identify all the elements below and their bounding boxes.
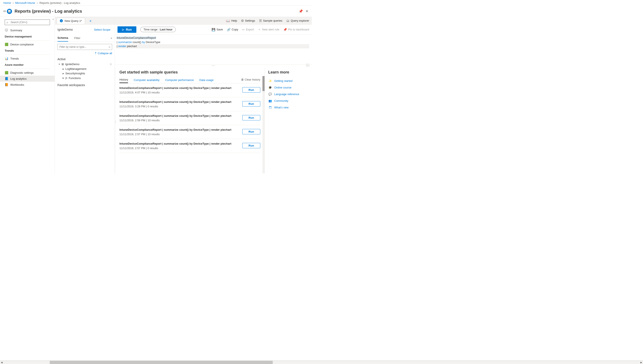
query-tab-icon: ●: [60, 19, 63, 22]
info-icon: ⓘ: [5, 28, 8, 32]
breadcrumb-link-home[interactable]: Home: [4, 1, 11, 4]
schema-section-favorites: Favorite workspaces: [58, 82, 112, 88]
tab-schema[interactable]: Schema: [58, 34, 68, 42]
trash-icon: 🗑: [241, 78, 244, 81]
copy-button[interactable]: 🔗Copy: [227, 28, 238, 32]
learn-link-icon: 👥: [268, 99, 272, 102]
run-button[interactable]: Run: [118, 26, 136, 33]
history-run-button[interactable]: Run: [242, 87, 260, 92]
pin-icon[interactable]: 📌: [299, 9, 303, 13]
pin-to-dashboard-button: 📌Pin to dashboard: [283, 28, 309, 32]
learn-link-label: Language reference: [274, 92, 299, 96]
results-tab-computer-availability[interactable]: Computer availability: [134, 77, 160, 83]
grip-icon: [4, 9, 6, 14]
nav-search-input[interactable]: [5, 20, 50, 25]
favorite-star-icon[interactable]: ☆: [110, 62, 112, 66]
tree-node-securityinsights[interactable]: ▶ SecurityInsights: [58, 71, 112, 76]
time-range-picker[interactable]: Time range : Last hour: [140, 27, 176, 32]
collapse-nav-icon[interactable]: «: [53, 18, 54, 20]
nav-item-trends[interactable]: 📊 Trends: [0, 56, 55, 62]
nav-item-log-analytics[interactable]: 📘 Log analytics: [0, 76, 55, 82]
sample-queries-button[interactable]: ☰Sample queries: [259, 19, 282, 23]
export-button: ↦Export: [242, 28, 254, 32]
chevron-right-icon: ›: [37, 1, 38, 4]
query-editor[interactable]: IntuneDeviceComplianceReport | summarize…: [115, 34, 312, 64]
save-icon: 💾: [212, 28, 215, 31]
tree-node-functions[interactable]: ▶ fx Functions: [58, 76, 112, 80]
nav-item-label: Log analytics: [10, 77, 27, 80]
time-range-value: Last hour: [160, 28, 172, 31]
nav-item-diagnostic-settings[interactable]: 🟩 Diagnostic settings: [0, 70, 55, 76]
close-icon[interactable]: ✕: [305, 9, 308, 13]
collapse-all-link[interactable]: ⤒ Collapse all: [58, 50, 112, 56]
breadcrumb-current: Reports (preview) - Log analytics: [40, 1, 80, 4]
history-item: IntuneDeviceComplianceReport | summarize…: [119, 111, 260, 125]
help-button[interactable]: 📖Help: [226, 19, 237, 23]
editor-token-table: IntuneDeviceComplianceReport: [117, 36, 156, 40]
tree-node-workspace[interactable]: ▼ ⊞ IgniteDemo ☆: [58, 62, 112, 67]
nav-item-device-compliance[interactable]: 🟩 Device compliance: [0, 41, 55, 47]
history-run-button[interactable]: Run: [242, 101, 260, 106]
history-run-button[interactable]: Run: [242, 143, 260, 148]
chevron-right-icon: ▶: [63, 68, 64, 70]
nav-item-label: Diagnostic settings: [10, 71, 34, 74]
history-item: IntuneDeviceComplianceReport | summarize…: [119, 139, 260, 153]
query-tab[interactable]: ● New Query 1*: [57, 18, 85, 24]
splitter-handle-icon[interactable]: ⋮: [115, 120, 117, 124]
schema-filter-input[interactable]: [58, 44, 112, 50]
pin-icon: 📌: [283, 28, 287, 31]
add-query-tab-button[interactable]: ＋: [86, 18, 95, 23]
collapse-all-icon: ⤒: [95, 52, 98, 55]
nav-item-label: Device compliance: [10, 43, 34, 46]
resize-handle[interactable]: ⋯ ʌ: [115, 64, 312, 68]
select-scope-link[interactable]: Select Scope: [94, 28, 110, 31]
plus-icon: ＋: [258, 28, 261, 32]
results-tab-data-usage[interactable]: Data usage: [199, 77, 214, 83]
copy-icon: 🔗: [227, 28, 230, 31]
results-panel: ⋮ Get started with sample queries Histor…: [115, 68, 264, 173]
results-tab-history[interactable]: History: [119, 77, 128, 83]
function-icon: fx: [65, 76, 67, 80]
nav-group-header: Device management: [0, 33, 55, 40]
tab-filter[interactable]: Filter: [74, 35, 80, 41]
device-compliance-icon: 🟩: [5, 43, 8, 46]
history-run-button[interactable]: Run: [242, 115, 260, 120]
save-button[interactable]: 💾Save: [212, 28, 223, 32]
history-meta: 11/11/2019, 2:57 PM | 10 results: [119, 132, 240, 136]
breadcrumb-link-intune[interactable]: Microsoft Intune: [15, 1, 35, 4]
learn-link[interactable]: 🗔What's new: [268, 104, 308, 111]
results-tab-computer-performance[interactable]: Computer performance: [165, 77, 194, 83]
collapse-schema-icon[interactable]: «: [111, 37, 112, 40]
history-item: IntuneDeviceComplianceReport | summarize…: [119, 125, 260, 139]
scrollbar-thumb[interactable]: [262, 76, 264, 91]
learn-link[interactable]: 🎓Online course: [268, 84, 308, 91]
learn-link[interactable]: ✨Getting started: [268, 78, 308, 84]
vertical-scrollbar[interactable]: [262, 76, 264, 173]
schema-section-active: Active: [58, 56, 112, 62]
main-area: 📖Help ⚙Settings ☰Sample queries 🗂Query e…: [115, 17, 312, 173]
app-toolbar: 📖Help ⚙Settings ☰Sample queries 🗂Query e…: [115, 17, 312, 25]
learn-more-heading: Learn more: [268, 70, 308, 74]
schema-filter: [58, 44, 112, 50]
clear-history-button[interactable]: 🗑Clear history: [241, 78, 260, 82]
history-query: IntuneDeviceComplianceReport | summarize…: [119, 86, 240, 90]
query-explorer-button[interactable]: 🗂Query explorer: [286, 19, 309, 22]
schema-tabs: Schema Filter «: [55, 34, 115, 42]
history-query: IntuneDeviceComplianceReport | summarize…: [119, 142, 240, 145]
results-tabs: History Computer availability Computer p…: [119, 77, 260, 83]
scroll-up-button[interactable]: ʌ: [306, 64, 309, 66]
list-icon: ☰: [259, 19, 262, 23]
history-meta: 11/11/2019, 4:07 PM | 10 results: [119, 91, 240, 94]
settings-button[interactable]: ⚙Settings: [241, 19, 255, 23]
nav-item-workbooks[interactable]: 📙 Workbooks: [0, 82, 55, 88]
editor-token-keyword: by: [142, 40, 145, 44]
history-meta: 11/11/2019, 3:28 PM | 0 results: [119, 105, 240, 108]
history-run-button[interactable]: Run: [242, 129, 260, 134]
learn-link-icon: 🗔: [268, 106, 272, 109]
learn-link[interactable]: 💬Language reference: [268, 91, 308, 98]
time-range-label: Time range :: [143, 28, 160, 31]
editor-token-keyword: summarize: [118, 40, 132, 44]
learn-link[interactable]: 👥Community: [268, 98, 308, 104]
nav-item-summary[interactable]: ⓘ Summary: [0, 27, 55, 33]
tree-node-logmanagement[interactable]: ▶ LogManagement: [58, 67, 112, 71]
